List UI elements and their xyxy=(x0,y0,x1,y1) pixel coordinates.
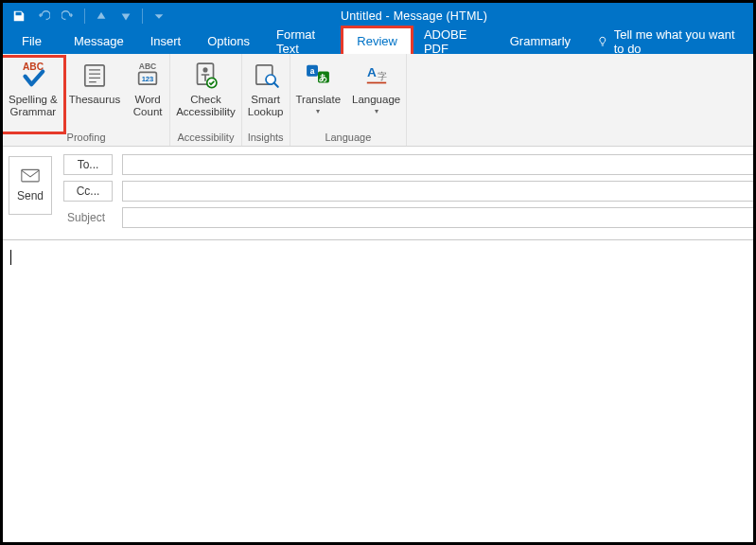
tab-adobe-pdf[interactable]: ADOBE PDF xyxy=(411,28,497,54)
qat-separator xyxy=(84,9,85,24)
tell-me-label: Tell me what you want to do xyxy=(614,27,740,56)
text-cursor xyxy=(10,250,11,265)
svg-text:A: A xyxy=(367,65,377,79)
group-label-insights: Insights xyxy=(248,132,284,145)
chevron-down-icon: ▾ xyxy=(316,108,320,116)
redo-icon[interactable] xyxy=(58,6,79,26)
customize-qat-icon[interactable] xyxy=(149,6,169,26)
word-count-icon: ABC 123 xyxy=(132,58,164,92)
next-item-icon[interactable] xyxy=(115,6,136,26)
send-mail-icon xyxy=(21,168,40,184)
lookup-icon xyxy=(250,58,282,92)
ribbon-tabs: File Message Insert Options Format Text … xyxy=(3,28,753,54)
compose-header: Send To... Cc... Subject xyxy=(3,147,753,237)
chevron-down-icon: ▾ xyxy=(375,108,378,116)
language-icon: A 字 xyxy=(360,58,393,92)
spelling-grammar-button[interactable]: ABC Spelling & Grammar xyxy=(3,58,63,132)
tab-grammarly[interactable]: Grammarly xyxy=(497,28,584,54)
to-field[interactable] xyxy=(122,154,753,175)
tab-file[interactable]: File xyxy=(3,28,61,54)
subject-label: Subject xyxy=(63,211,113,224)
group-label-proofing: Proofing xyxy=(67,132,106,145)
quick-access-toolbar xyxy=(3,6,169,26)
undo-icon[interactable] xyxy=(33,6,54,26)
translate-button[interactable]: a あ Translate ▾ xyxy=(290,58,347,132)
qat-separator xyxy=(142,9,143,24)
ribbon-group-accessibility: Check Accessibility Accessibility xyxy=(170,54,242,146)
outlook-message-window: Untitled - Message (HTML) File Message I… xyxy=(0,0,756,545)
tab-message[interactable]: Message xyxy=(61,28,137,54)
svg-text:字: 字 xyxy=(378,71,387,81)
tab-format-text[interactable]: Format Text xyxy=(263,28,343,54)
prev-item-icon[interactable] xyxy=(91,6,112,26)
svg-text:あ: あ xyxy=(320,73,328,82)
svg-rect-21 xyxy=(22,169,39,182)
save-icon[interactable] xyxy=(9,6,29,26)
cc-field[interactable] xyxy=(122,181,753,202)
svg-point-10 xyxy=(203,67,208,72)
smart-lookup-button[interactable]: Smart Lookup xyxy=(242,58,290,132)
svg-text:ABC: ABC xyxy=(139,62,156,71)
svg-text:ABC: ABC xyxy=(23,62,44,72)
lightbulb-icon xyxy=(597,35,608,48)
window-title: Untitled - Message (HTML) xyxy=(169,9,659,23)
tab-review[interactable]: Review xyxy=(343,28,411,54)
cc-button[interactable]: Cc... xyxy=(63,181,113,202)
spelling-icon: ABC xyxy=(17,58,49,92)
message-body[interactable] xyxy=(3,239,753,542)
svg-line-14 xyxy=(273,83,277,87)
tell-me-search[interactable]: Tell me what you want to do xyxy=(584,28,753,54)
group-label-accessibility: Accessibility xyxy=(178,132,235,145)
thesaurus-button[interactable]: Thesaurus xyxy=(63,58,126,132)
svg-text:a: a xyxy=(310,66,315,76)
translate-icon: a あ xyxy=(302,58,334,92)
svg-text:123: 123 xyxy=(142,75,154,83)
subject-field[interactable] xyxy=(122,207,753,228)
title-bar: Untitled - Message (HTML) xyxy=(3,3,753,28)
to-button[interactable]: To... xyxy=(63,154,113,175)
ribbon-group-insights: Smart Lookup Insights xyxy=(242,54,290,146)
group-label-language: Language xyxy=(325,132,371,145)
thesaurus-icon xyxy=(79,58,111,92)
tab-insert[interactable]: Insert xyxy=(137,28,195,54)
send-button[interactable]: Send xyxy=(9,156,52,215)
check-accessibility-button[interactable]: Check Accessibility xyxy=(170,58,241,132)
word-count-button[interactable]: ABC 123 Word Count xyxy=(126,58,169,132)
ribbon-group-proofing: ABC Spelling & Grammar xyxy=(3,54,170,146)
language-button[interactable]: A 字 Language ▾ xyxy=(346,58,406,132)
tab-options[interactable]: Options xyxy=(194,28,263,54)
accessibility-icon xyxy=(189,58,221,92)
svg-rect-1 xyxy=(85,65,104,86)
ribbon-review: ABC Spelling & Grammar xyxy=(3,54,753,147)
ribbon-group-language: a あ Translate ▾ A 字 xyxy=(290,54,408,146)
